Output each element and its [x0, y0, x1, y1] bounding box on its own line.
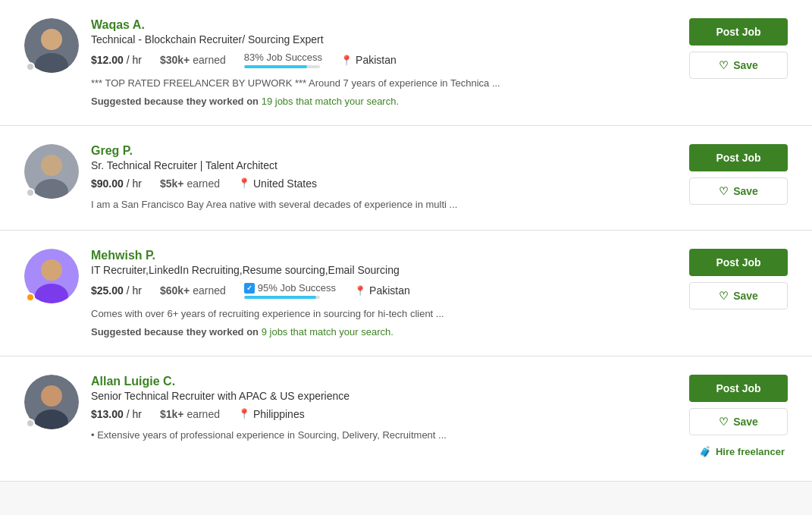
card-body: Greg P. Sr. Technical Recruiter | Talent…: [91, 144, 677, 212]
freelancer-title: Sr. Technical Recruiter | Talent Archite…: [91, 159, 677, 171]
freelancer-title: Senior Technical Recruiter with APAC & U…: [91, 390, 677, 402]
description: *** TOP RATED FREELANCER BY UPWORK *** A…: [91, 76, 677, 91]
meta-row: $13.00 / hr $1k+ earned 📍 Philippines: [91, 408, 677, 420]
status-dot: [26, 419, 35, 428]
description: • Extensive years of professional experi…: [91, 428, 677, 443]
meta-row: $90.00 / hr $5k+ earned 📍 United States: [91, 177, 677, 190]
heart-icon: ♡: [719, 290, 729, 302]
location: 📍 Philippines: [238, 408, 305, 420]
job-success-fill: [244, 65, 307, 68]
location: 📍 Pakistan: [340, 54, 397, 66]
job-success-label: ✓95% Job Success: [244, 282, 336, 294]
heart-icon: ♡: [719, 185, 729, 197]
meta-row: $25.00 / hr $60k+ earned ✓95% Job Succes…: [91, 282, 677, 299]
freelancer-name[interactable]: Allan Luigie C.: [91, 375, 175, 388]
freelancer-name[interactable]: Greg P.: [91, 144, 133, 157]
description: I am a San Francisco Bay Area native wit…: [91, 197, 677, 212]
post-job-button[interactable]: Post Job: [689, 18, 788, 46]
suggested-text: Suggested because they worked on 19 jobs…: [91, 96, 677, 107]
briefcase-icon: 🧳: [699, 446, 711, 458]
location: 📍 Pakistan: [354, 284, 410, 297]
status-dot: [26, 293, 35, 302]
card-body: Allan Luigie C. Senior Technical Recruit…: [91, 375, 677, 443]
avatar-wrapper: [24, 144, 79, 199]
freelancer-title: Technical - Blockchain Recruiter/ Sourci…: [91, 33, 677, 46]
job-success-label: 83% Job Success: [244, 52, 322, 63]
rate: $90.00 / hr: [91, 177, 142, 190]
svg-point-10: [41, 385, 62, 407]
avatar-wrapper: [24, 375, 79, 429]
location: 📍 United States: [238, 177, 317, 190]
save-button[interactable]: ♡ Save: [689, 282, 788, 309]
freelancer-name[interactable]: Waqas A.: [91, 18, 145, 31]
location-pin-icon: 📍: [354, 285, 366, 297]
freelancer-name[interactable]: Mehwish P.: [91, 249, 155, 262]
status-dot: [26, 188, 35, 197]
job-success-fill: [244, 296, 316, 299]
freelancer-card-waqas: Waqas A. Technical - Blockchain Recruite…: [0, 0, 812, 126]
freelancer-card-greg: Greg P. Sr. Technical Recruiter | Talent…: [0, 126, 812, 231]
location-pin-icon: 📍: [340, 55, 353, 66]
post-job-button[interactable]: Post Job: [689, 249, 788, 276]
save-button[interactable]: ♡ Save: [689, 52, 788, 79]
job-success: ✓95% Job Success: [244, 282, 336, 299]
job-success: 83% Job Success: [244, 52, 322, 68]
svg-point-7: [41, 259, 62, 281]
suggested-text: Suggested because they worked on 9 jobs …: [91, 326, 677, 338]
post-job-button[interactable]: Post Job: [689, 144, 788, 171]
card-body: Waqas A. Technical - Blockchain Recruite…: [91, 18, 677, 107]
status-dot: [26, 62, 35, 71]
post-job-button[interactable]: Post Job: [689, 375, 788, 402]
rate: $13.00 / hr: [91, 408, 142, 420]
location-pin-icon: 📍: [238, 408, 250, 419]
save-button[interactable]: ♡ Save: [689, 408, 788, 435]
hire-freelancer-button[interactable]: 🧳 Hire freelancer: [689, 441, 788, 463]
avatar-wrapper: [24, 249, 79, 303]
earned: $5k+ earned: [160, 177, 220, 190]
suggested-link[interactable]: 19 jobs that match your search.: [262, 96, 399, 107]
heart-icon: ♡: [719, 416, 729, 428]
top-rated-icon: ✓: [244, 283, 255, 294]
job-success-bar: [244, 296, 320, 299]
card-body: Mehwish P. IT Recruiter,LinkedIn Recruit…: [91, 249, 677, 338]
svg-point-1: [41, 29, 62, 50]
rate: $12.00 / hr: [91, 54, 142, 66]
card-actions: Post Job ♡ Save 🧳 Hire freelancer: [689, 375, 788, 463]
svg-point-4: [41, 155, 62, 176]
job-success-bar: [244, 65, 320, 68]
card-actions: Post Job ♡ Save: [689, 18, 788, 79]
freelancer-title: IT Recruiter,LinkedIn Recruiting,Resume …: [91, 264, 677, 276]
rate: $25.00 / hr: [91, 284, 142, 297]
card-actions: Post Job ♡ Save: [689, 144, 788, 205]
description: Comes with over 6+ years of recruiting e…: [91, 306, 677, 322]
earned: $30k+ earned: [160, 54, 226, 66]
meta-row: $12.00 / hr $30k+ earned 83% Job Success…: [91, 52, 677, 68]
freelancer-card-mehwish: Mehwish P. IT Recruiter,LinkedIn Recruit…: [0, 231, 812, 356]
heart-icon: ♡: [719, 59, 729, 71]
earned: $60k+ earned: [160, 284, 226, 297]
avatar-wrapper: [24, 18, 79, 73]
freelancer-card-allan: Allan Luigie C. Senior Technical Recruit…: [0, 356, 812, 482]
location-pin-icon: 📍: [238, 177, 250, 189]
suggested-link[interactable]: 9 jobs that match your search.: [262, 326, 393, 338]
earned: $1k+ earned: [160, 408, 220, 420]
save-button[interactable]: ♡ Save: [689, 177, 788, 205]
card-actions: Post Job ♡ Save: [689, 249, 788, 309]
freelancer-list: Waqas A. Technical - Blockchain Recruite…: [0, 0, 812, 482]
